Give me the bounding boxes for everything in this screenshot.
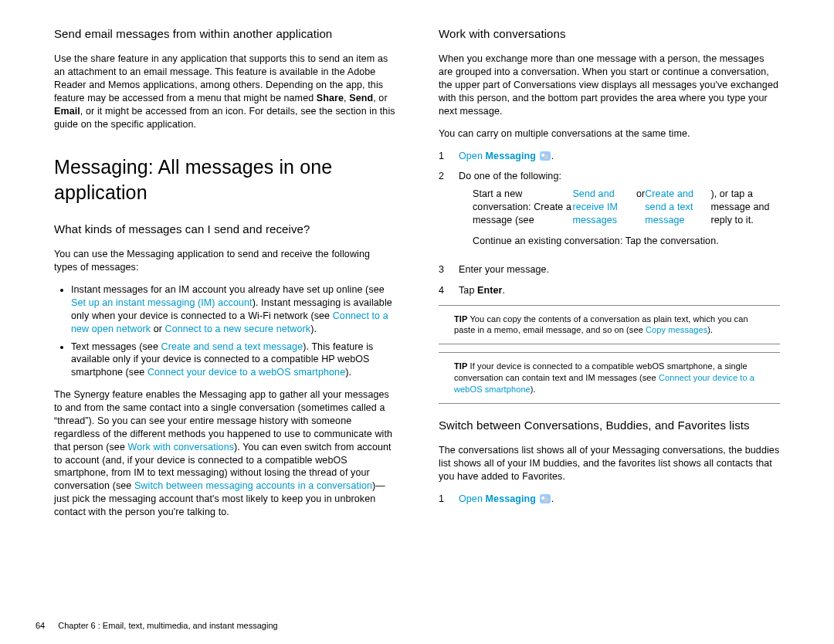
list-item: Instant messages for an IM account you a… (71, 283, 395, 336)
tip-box: TIP You can copy the contents of a conve… (439, 305, 780, 345)
paragraph: Use the share feature in any application… (54, 53, 395, 130)
list-item: Start a new conversation: Create a messa… (473, 188, 780, 227)
messaging-icon (540, 494, 551, 503)
page: Send email messages from within another … (0, 0, 834, 587)
left-column: Send email messages from within another … (54, 26, 395, 571)
messaging-icon (540, 151, 551, 161)
paragraph: When you exchange more than one message … (439, 53, 780, 117)
numbered-list: 1 Open Messaging . 2 Do one of the follo… (439, 150, 780, 297)
section-heading: Work with conversations (439, 26, 780, 42)
link[interactable]: Copy messages (646, 325, 707, 334)
footer: 64 Chapter 6 : Email, text, multimedia, … (36, 621, 278, 630)
link[interactable]: Switch between messaging accounts in a c… (134, 480, 372, 491)
page-number: 64 (36, 621, 45, 630)
chapter-label: Chapter 6 : Email, text, multimedia, and… (58, 621, 277, 630)
paragraph: You can carry on multiple conversations … (439, 127, 780, 141)
paragraph: The conversations list shows all of your… (439, 444, 780, 483)
list-item: Text messages (see Create and send a tex… (71, 341, 395, 380)
right-column: Work with conversations When you exchang… (439, 26, 780, 571)
link[interactable]: Messaging (486, 493, 537, 504)
main-heading: Messaging: All messages in one applicati… (54, 154, 395, 207)
link[interactable]: Create and send a text message (645, 188, 710, 227)
link[interactable]: Connect your device to a webOS smartphon… (147, 367, 345, 378)
link[interactable]: Work with conversations (128, 442, 235, 452)
list-item: 1 Open Messaging . (439, 493, 780, 506)
link[interactable]: Create and send a text message (161, 341, 303, 352)
list-item: 2 Do one of the following: Start a new c… (439, 170, 780, 255)
list-item: 4Tap Enter. (439, 284, 780, 297)
list-item: Continue an existing conversation: Tap t… (473, 235, 780, 248)
numbered-list: 1 Open Messaging . (439, 493, 780, 506)
paragraph: You can use the Messaging application to… (54, 248, 395, 274)
section-heading: Switch between Conversations, Buddies, a… (439, 418, 780, 433)
tip-box: TIP If your device is connected to a com… (439, 352, 780, 404)
link[interactable]: Messaging (486, 151, 537, 161)
bullet-list: Instant messages for an IM account you a… (54, 283, 395, 379)
link[interactable]: Connect to a new secure network (165, 324, 311, 334)
link[interactable]: Send and receive IM messages (572, 188, 636, 227)
section-heading: What kinds of messages can I send and re… (54, 222, 395, 237)
section-heading: Send email messages from within another … (54, 26, 395, 42)
list-item: 3Enter your message. (439, 263, 780, 276)
paragraph: The Synergy feature enables the Messagin… (54, 388, 395, 519)
list-item: 1 Open Messaging . (439, 150, 780, 163)
link[interactable]: Set up an instant messaging (IM) account (71, 297, 253, 308)
